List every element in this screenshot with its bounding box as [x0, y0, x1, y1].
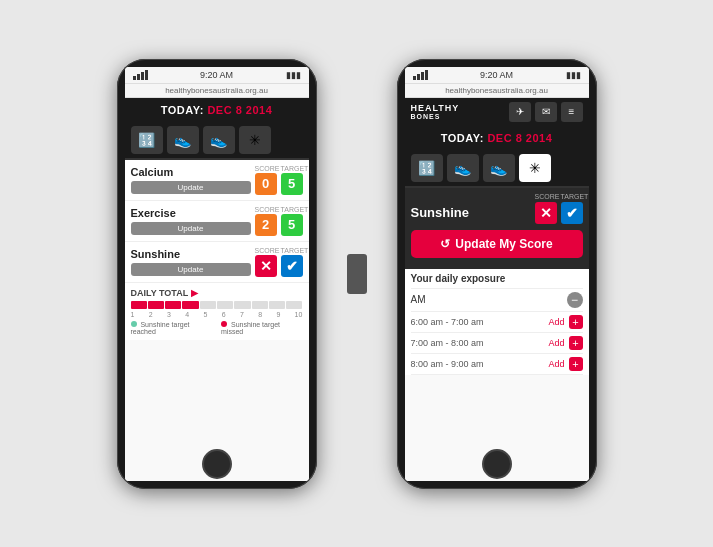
sunshine-target-box: ✔	[281, 255, 303, 277]
daily-total-title: DAILY TOTAL ▶	[131, 288, 303, 298]
calcium-row: Calcium Update SCORE TARGET 0 5	[125, 160, 309, 201]
update-my-score-button[interactable]: ↺ Update My Score	[411, 230, 583, 258]
mail-icon-button[interactable]: ✉	[535, 102, 557, 122]
legend-missed-dot	[221, 321, 227, 327]
exercise-label: Exercise	[131, 207, 251, 219]
left-url-bar: healthybonesaustralia.org.au	[125, 84, 309, 98]
left-phone-screen: 9:20 AM ▮▮▮ healthybonesaustralia.org.au…	[125, 67, 309, 481]
left-time: 9:20 AM	[200, 70, 233, 80]
left-icon-calc[interactable]: 🔢	[131, 126, 163, 154]
calcium-score-box: 0	[255, 173, 277, 195]
add-label-2: Add	[548, 338, 564, 348]
calcium-target-box: 5	[281, 173, 303, 195]
left-home-button[interactable]	[202, 449, 232, 479]
right-date-prefix: TODAY:	[441, 132, 488, 144]
sunshine-score-label: SCORE	[255, 247, 277, 254]
sunshine-score-header: SCORE	[535, 193, 557, 200]
calcium-target-label: TARGET	[281, 165, 303, 172]
progress-seg-7	[234, 301, 250, 309]
exercise-target-box: 5	[281, 214, 303, 236]
legend-reached: Sunshine target reached	[131, 321, 216, 335]
timeslot-add-2: Add +	[548, 336, 582, 350]
connector	[347, 254, 367, 294]
calcium-update-button[interactable]: Update	[131, 181, 251, 194]
sunshine-detail-row: Sunshine ✕ ✔	[411, 202, 583, 224]
sunshine-values: ✕ ✔	[535, 202, 583, 224]
plus-icon-3[interactable]: +	[569, 357, 583, 371]
progress-seg-9	[269, 301, 285, 309]
update-my-score-label: Update My Score	[455, 237, 552, 251]
left-url: healthybonesaustralia.org.au	[165, 86, 268, 95]
exercise-target-label: TARGET	[281, 206, 303, 213]
progress-seg-1	[131, 301, 147, 309]
calcium-label: Calcium	[131, 166, 251, 178]
exercise-scores: SCORE TARGET 2 5	[255, 206, 303, 236]
left-date-prefix: TODAY:	[161, 104, 208, 116]
add-label-3: Add	[548, 359, 564, 369]
progress-numbers: 12345 678910	[131, 311, 303, 318]
sunshine-update-button[interactable]: Update	[131, 263, 251, 276]
right-time: 9:20 AM	[480, 70, 513, 80]
exercise-score-box: 2	[255, 214, 277, 236]
send-icon-button[interactable]: ✈	[509, 102, 531, 122]
menu-icon-button[interactable]: ≡	[561, 102, 583, 122]
progress-seg-3	[165, 301, 181, 309]
daily-exposure-title: Your daily exposure	[411, 269, 583, 289]
timeslot-label-2: 7:00 am - 8:00 am	[411, 338, 484, 348]
header-icons: ✈ ✉ ≡	[509, 102, 583, 122]
right-icon-calc[interactable]: 🔢	[411, 154, 443, 182]
calcium-scores: SCORE TARGET 0 5	[255, 165, 303, 195]
timeslot-row-1: 6:00 am - 7:00 am Add +	[411, 312, 583, 333]
timeslot-label-3: 8:00 am - 9:00 am	[411, 359, 484, 369]
calcium-score-label: SCORE	[255, 165, 277, 172]
logo-line1: HEALTHY	[411, 104, 460, 113]
progress-seg-6	[217, 301, 233, 309]
exercise-row: Exercise Update SCORE TARGET 2 5	[125, 201, 309, 242]
timeslot-row-2: 7:00 am - 8:00 am Add +	[411, 333, 583, 354]
sunshine-detail-section: SCORE TARGET Sunshine ✕ ✔ ↺ Update My Sc…	[405, 188, 589, 269]
sunshine-score-box: ✕	[255, 255, 277, 277]
sunshine-detail-target: ✔	[561, 202, 583, 224]
sunshine-score-target-labels: SCORE TARGET	[411, 193, 583, 200]
left-status-bar: 9:20 AM ▮▮▮	[125, 67, 309, 84]
am-row: AM −	[411, 289, 583, 312]
daily-total-section: DAILY TOTAL ▶ 12345 6789	[125, 283, 309, 340]
progress-seg-5	[200, 301, 216, 309]
left-icon-sneaker[interactable]: 👟	[203, 126, 235, 154]
right-url-bar: healthybonesaustralia.org.au	[405, 84, 589, 98]
right-icon-sneaker[interactable]: 👟	[483, 154, 515, 182]
plus-icon-1[interactable]: +	[569, 315, 583, 329]
right-icons-bar: 🔢 👟 👟 ✳	[405, 150, 589, 188]
exercise-update-button[interactable]: Update	[131, 222, 251, 235]
right-date-bar: TODAY: DEC 8 2014	[405, 126, 589, 150]
right-icon-shoe[interactable]: 👟	[447, 154, 479, 182]
progress-seg-8	[252, 301, 268, 309]
right-phone: 9:20 AM ▮▮▮ healthybonesaustralia.org.au…	[397, 59, 597, 489]
right-battery: ▮▮▮	[566, 70, 581, 80]
timeslot-label-1: 6:00 am - 7:00 am	[411, 317, 484, 327]
add-label-1: Add	[548, 317, 564, 327]
right-phone-screen: 9:20 AM ▮▮▮ healthybonesaustralia.org.au…	[405, 67, 589, 481]
left-signal	[133, 70, 148, 80]
left-icons-bar: 🔢 👟 👟 ✳	[125, 122, 309, 160]
right-home-button[interactable]	[482, 449, 512, 479]
sunshine-label: Sunshine	[131, 248, 251, 260]
left-icon-sun[interactable]: ✳	[239, 126, 271, 154]
progress-seg-2	[148, 301, 164, 309]
exercise-score-label: SCORE	[255, 206, 277, 213]
progress-bar	[131, 301, 303, 309]
plus-icon-2[interactable]: +	[569, 336, 583, 350]
daily-exposure-section: Your daily exposure AM − 6:00 am - 7:00 …	[405, 269, 589, 375]
right-signal	[413, 70, 428, 80]
left-icon-shoe[interactable]: 👟	[167, 126, 199, 154]
right-icon-sun[interactable]: ✳	[519, 154, 551, 182]
refresh-icon: ↺	[440, 237, 450, 251]
sunshine-target-label: TARGET	[281, 247, 303, 254]
am-collapse-button[interactable]: −	[567, 292, 583, 308]
legend-missed: Sunshine target missed	[221, 321, 302, 335]
sunshine-target-header: TARGET	[561, 193, 583, 200]
left-date-bar: TODAY: DEC 8 2014	[125, 98, 309, 122]
left-battery: ▮▮▮	[286, 70, 301, 80]
sunshine-scores: SCORE TARGET ✕ ✔	[255, 247, 303, 277]
left-phone: 9:20 AM ▮▮▮ healthybonesaustralia.org.au…	[117, 59, 317, 489]
